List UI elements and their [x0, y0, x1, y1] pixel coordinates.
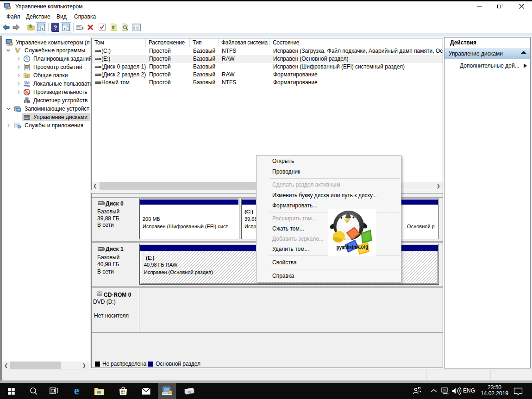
- svg-text:!: !: [447, 393, 448, 395]
- svg-text:pyatilistnik.org: pyatilistnik.org: [337, 243, 369, 250]
